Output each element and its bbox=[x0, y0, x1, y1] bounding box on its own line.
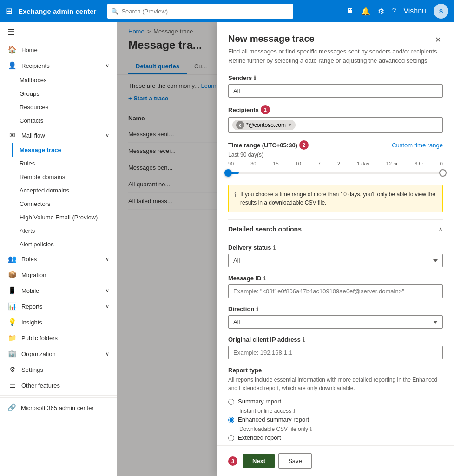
folder-icon: 📁 bbox=[7, 334, 17, 342]
sidebar-item-recipients[interactable]: 👤 Recipients ∨ bbox=[0, 58, 117, 73]
panel-overlay[interactable]: New message trace ✕ Find all messages or… bbox=[117, 22, 454, 476]
footer-badge: 3 bbox=[228, 456, 237, 466]
avatar[interactable]: S bbox=[434, 4, 448, 19]
enhanced-sublabel: Downloadable CSV file only ℹ bbox=[239, 426, 443, 432]
sidebar-item-organization[interactable]: 🏢 Organization ∨ bbox=[0, 346, 117, 362]
warning-icon: ℹ bbox=[234, 190, 237, 207]
bell-icon[interactable]: 🔔 bbox=[361, 7, 370, 16]
sidebar-item-home[interactable]: 🏠 Home bbox=[0, 42, 117, 58]
recipients-tag-input[interactable]: c *@contoso.com ✕ bbox=[228, 117, 443, 133]
slider-track bbox=[228, 172, 443, 174]
sidebar-item-mobile[interactable]: 📱 Mobile ∨ bbox=[0, 283, 117, 298]
sidebar-item-resources[interactable]: Resources bbox=[20, 100, 117, 114]
custom-time-range-link[interactable]: Custom time range bbox=[392, 142, 443, 149]
recipient-tag-close[interactable]: ✕ bbox=[288, 122, 292, 128]
sidebar-item-migration[interactable]: 📦 Migration bbox=[0, 267, 117, 283]
waffle-icon[interactable]: ⊞ bbox=[6, 6, 13, 16]
search-box[interactable]: 🔍 bbox=[107, 4, 293, 19]
sidebar-divider bbox=[0, 395, 117, 396]
mailflow-submenu: Message trace Rules Remote domains Accep… bbox=[0, 143, 117, 251]
summary-info-icon[interactable]: ℹ bbox=[293, 408, 295, 414]
direction-info-icon[interactable]: ℹ bbox=[256, 306, 258, 312]
hamburger-button[interactable]: ☰ bbox=[0, 22, 117, 42]
m365-icon: 🔗 bbox=[7, 403, 16, 412]
sidebar-item-accepteddomains[interactable]: Accepted domains bbox=[20, 184, 117, 197]
enhanced-radio[interactable] bbox=[228, 417, 234, 423]
monitor-icon[interactable]: 🖥 bbox=[346, 7, 354, 15]
panel-close-button[interactable]: ✕ bbox=[433, 33, 443, 46]
help-icon[interactable]: ? bbox=[392, 7, 396, 15]
sidebar-item-otherfeatures[interactable]: ☰ Other features bbox=[0, 377, 117, 393]
sidebar-item-publicfolders[interactable]: 📁 Public folders bbox=[0, 330, 117, 346]
sidebar-item-alerts[interactable]: Alerts bbox=[20, 224, 117, 238]
delivery-status-info-icon[interactable]: ℹ bbox=[273, 245, 276, 251]
topbar: ⊞ Exchange admin center 🔍 🖥 🔔 ⚙ ? Vishnu… bbox=[0, 0, 454, 22]
sidebar-item-insights[interactable]: 💡 Insights bbox=[0, 314, 117, 330]
panel-body: Find all messages or find specific messa… bbox=[217, 47, 454, 445]
sidebar-item-messagetrace[interactable]: Message trace bbox=[12, 143, 117, 157]
sidebar-item-migration-label: Migration bbox=[21, 271, 46, 278]
search-input[interactable] bbox=[121, 8, 290, 15]
migration-icon: 📦 bbox=[7, 271, 17, 279]
senders-info-icon[interactable]: ℹ bbox=[254, 75, 256, 81]
sidebar-item-rules[interactable]: Rules bbox=[20, 157, 117, 170]
client-ip-input[interactable] bbox=[228, 346, 443, 359]
time-range-days: Last 90 day(s) bbox=[228, 152, 443, 158]
radio-enhanced: Enhanced summary report bbox=[228, 416, 443, 423]
reports-icon: 📊 bbox=[7, 302, 17, 311]
sidebar-item-highvolumeemail[interactable]: High Volume Email (Preview) bbox=[20, 211, 117, 224]
chevron-mobile-icon: ∨ bbox=[105, 288, 109, 294]
sidebar-item-mailboxes[interactable]: Mailboxes bbox=[20, 73, 117, 87]
enhanced-radio-label[interactable]: Enhanced summary report bbox=[238, 416, 309, 423]
sidebar-item-organization-label: Organization bbox=[21, 350, 56, 357]
senders-label: Senders ℹ bbox=[228, 74, 443, 81]
sidebar-item-reports-label: Reports bbox=[21, 303, 43, 310]
recipient-tag-text: *@contoso.com bbox=[246, 122, 286, 128]
message-id-field-group: Message ID ℹ bbox=[228, 275, 443, 298]
client-ip-info-icon[interactable]: ℹ bbox=[303, 337, 305, 343]
sidebar-item-remotedomains[interactable]: Remote domains bbox=[20, 170, 117, 184]
senders-input[interactable] bbox=[228, 84, 443, 98]
report-type-desc: All reports include essential informatio… bbox=[228, 376, 443, 392]
message-id-label: Message ID ℹ bbox=[228, 275, 443, 282]
warning-banner: ℹ If you choose a time range of more tha… bbox=[228, 185, 443, 212]
sidebar-item-connectors[interactable]: Connectors bbox=[20, 197, 117, 211]
sidebar-item-home-label: Home bbox=[21, 46, 38, 53]
recipient-tag-icon: c bbox=[236, 121, 244, 129]
slider-thumb-right[interactable] bbox=[439, 169, 447, 177]
slider-container[interactable] bbox=[228, 168, 443, 178]
recipients-field-group: Recipients 1 c *@contoso.com ✕ bbox=[228, 105, 443, 133]
chevron-reports-icon: ∨ bbox=[105, 304, 109, 310]
summary-radio-label[interactable]: Summary report bbox=[238, 398, 281, 405]
summary-radio[interactable] bbox=[228, 399, 234, 405]
sidebar-item-mailflow[interactable]: ✉ Mail flow ∨ bbox=[0, 127, 117, 143]
report-type-label: Report type bbox=[228, 367, 443, 374]
detailed-search-title: Detailed search options bbox=[228, 225, 302, 233]
enhanced-info-icon[interactable]: ℹ bbox=[310, 426, 312, 432]
extended-radio-label[interactable]: Extended report bbox=[238, 434, 281, 441]
client-ip-field-group: Original client IP address ℹ bbox=[228, 336, 443, 359]
sidebar-footer-m365[interactable]: 🔗 Microsoft 365 admin center bbox=[0, 397, 117, 417]
sidebar-item-settings-label: Settings bbox=[21, 366, 43, 373]
delivery-status-select[interactable]: All Delivered Failed Pending Filtered as… bbox=[228, 254, 443, 267]
sidebar-item-roles[interactable]: 👥 Roles ∨ bbox=[0, 251, 117, 267]
sidebar-footer-label: Microsoft 365 admin center bbox=[21, 404, 94, 411]
slider-scale: 90 30 15 10 7 2 1 day 12 hr 6 hr 0 bbox=[228, 161, 443, 166]
sidebar-item-contacts[interactable]: Contacts bbox=[20, 114, 117, 127]
detailed-search-section-header[interactable]: Detailed search options ∧ bbox=[228, 219, 443, 238]
sidebar-item-publicfolders-label: Public folders bbox=[21, 335, 58, 342]
chevron-up-icon: ∧ bbox=[438, 225, 443, 233]
next-button[interactable]: Next bbox=[243, 454, 275, 468]
extended-radio[interactable] bbox=[228, 435, 234, 441]
slider-thumb-left[interactable] bbox=[224, 169, 232, 177]
sidebar-item-reports[interactable]: 📊 Reports ∨ bbox=[0, 298, 117, 314]
sidebar-item-groups[interactable]: Groups bbox=[20, 87, 117, 100]
sidebar-item-settings[interactable]: ⚙ Settings bbox=[0, 362, 117, 377]
insights-icon: 💡 bbox=[7, 318, 17, 326]
message-id-info-icon[interactable]: ℹ bbox=[263, 275, 266, 282]
direction-select[interactable]: All Inbound Outbound bbox=[228, 315, 443, 329]
sidebar-item-alertpolicies[interactable]: Alert policies bbox=[20, 238, 117, 251]
gear-icon[interactable]: ⚙ bbox=[378, 7, 384, 16]
message-id-input[interactable] bbox=[228, 284, 443, 298]
save-button[interactable]: Save bbox=[278, 453, 312, 469]
